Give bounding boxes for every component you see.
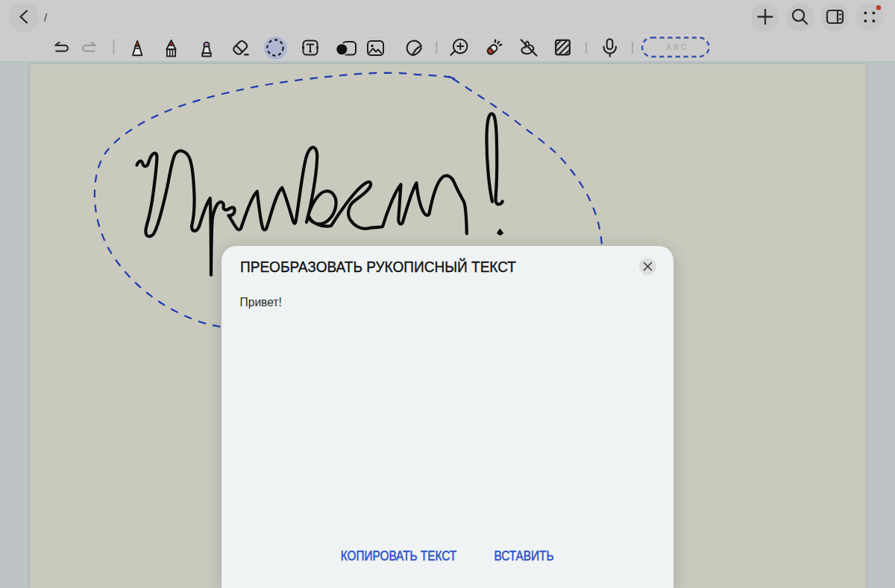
svg-text:ABC: ABC — [666, 42, 689, 51]
